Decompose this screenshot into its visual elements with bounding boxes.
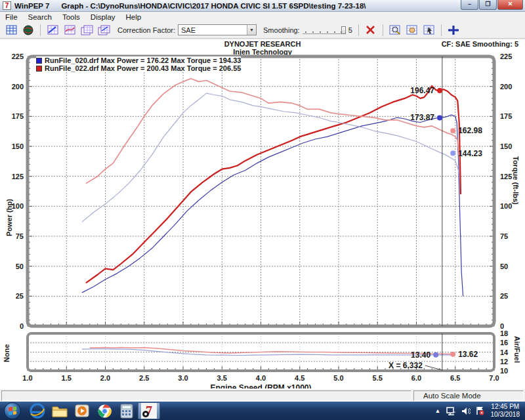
power-tick-label: 25 [16,292,24,300]
cursor-x-label: X = 6.332 [388,361,423,370]
zoom-graph-button[interactable] [387,23,403,37]
tray-clock[interactable]: 12:45 PM 10/3/2018 [491,403,520,419]
rpm-tick-label: 6.0 [411,374,421,382]
cursor-value-dot [437,88,442,93]
taskbar-file-explorer[interactable] [49,402,71,419]
winpep-7-icon: 7 [141,403,157,419]
winpep-logo-icon: 7 [3,1,11,10]
taskbar-chrome[interactable] [93,402,116,419]
rpm-tick-label: 1.5 [62,374,72,382]
volume-icon[interactable] [461,407,471,415]
af-tick-label: 12 [500,358,508,366]
correction-factor-select[interactable]: SAE ▾ [178,24,257,35]
rpm-tick-label: 5.5 [373,374,383,382]
cursor-value-dot [450,128,455,133]
torque-tick-label: 175 [500,112,512,120]
network-icon[interactable] [446,407,456,415]
legend-row-run022[interactable]: RunFile_022.drf Max Power = 200.43 Max T… [36,64,241,72]
cursor-value-label: 144.23 [458,149,482,158]
taskbar-internet-explorer[interactable] [26,402,49,419]
pick-graph-button[interactable] [421,23,437,37]
taskbar-calculator[interactable] [116,402,138,419]
title-bar[interactable]: 7 WinPEP 7 Graph - C:\DynoRuns\HONDA\CIV… [0,0,525,12]
overlay-graph-button[interactable] [79,23,94,37]
toolbar: Correction Factor: SAE ▾ Smoothing: 5 [0,22,525,39]
run022-legend-text: RunFile_022.drf Max Power = 200.43 Max T… [45,64,241,72]
torque-tick-label: 225 [500,52,512,60]
torque-tick-label: 150 [500,142,512,150]
windows-logo-icon [9,406,16,415]
menu-search[interactable]: Search [23,13,57,21]
tray-time: 12:45 PM [491,403,520,411]
dyno-graph[interactable]: 0025255050757510010012512515015017517520… [0,39,525,388]
cursor-x-leader [425,366,442,370]
power-tick-label: 0 [20,322,24,330]
new-graph-button[interactable] [45,23,60,37]
smoothing-value: 5 [348,26,352,34]
menu-file[interactable]: File [0,13,23,21]
taskbar-media-player[interactable] [71,402,93,419]
system-tray: ▲ 12:45 PM 10/3/2018 [432,403,525,419]
media-player-icon [74,404,90,418]
smoothing-slider[interactable] [303,26,346,34]
app-name: WinPEP 7 [14,2,49,10]
run-legend: RunFile_020.drf Max Power = 176.22 Max T… [36,56,241,72]
menu-help[interactable]: Help [121,13,147,21]
power-tick-label: 225 [12,52,24,60]
pan-hand-icon [406,25,418,35]
cursor-value-dot [437,115,442,120]
torque-tick-label: 50 [500,262,508,270]
cursor-value-dot [433,352,438,358]
series-runfile_020-torque [82,93,459,222]
torque-tick-label: 25 [500,292,508,300]
window-title: Graph - C:\DynoRuns\HONDA\CIVIC\2017 HON… [61,2,366,10]
chart-area: DYNOJET RESEARCH Injen Technology CF: SA… [0,39,525,388]
restore-button[interactable]: ❐ [479,0,497,10]
power-axis-label: Power (hp) [5,199,13,236]
table-icon [6,25,17,35]
internet-explorer-icon [30,403,45,419]
power-tick-label: 50 [16,262,24,270]
cursor-value-label: 162.98 [458,126,482,135]
calculator-icon [120,404,133,419]
web-button[interactable] [20,23,36,37]
minimize-button[interactable]: – [461,0,478,10]
chevron-down-icon: ▾ [247,25,256,35]
open-graph-button[interactable] [62,23,77,37]
start-button[interactable] [4,402,21,419]
close-button[interactable]: ✕ [497,0,523,10]
series-runfile_022-a/f [90,347,455,354]
correction-factor-label: Correction Factor: [117,26,175,34]
rpm-tick-label: 6.5 [450,374,460,382]
af-tick-label: 18 [500,329,508,337]
compare-graph-button[interactable] [96,23,112,37]
power-tick-label: 125 [12,173,24,180]
cursor-value-label: 173.87 [410,113,434,122]
menu-bar: File Search Tools Display Help [0,12,525,22]
rpm-tick-label: 3.5 [217,374,227,382]
run022-swatch [36,66,42,72]
slider-thumb[interactable] [341,26,346,34]
af-tick-label: 16 [500,339,508,346]
rpm-tick-label: 3.0 [178,374,188,382]
torque-axis-label: Torque (ft-lbs) [512,156,520,205]
runfile-table-button[interactable] [3,23,19,37]
rpm-tick-label: 4.5 [295,374,304,382]
menu-tools[interactable]: Tools [57,13,85,21]
legend-row-run020[interactable]: RunFile_020.drf Max Power = 176.22 Max T… [36,56,241,64]
status-bar: Auto Scale Mode [0,388,525,402]
taskbar-winpep-active[interactable]: 7 [138,402,160,419]
remove-graph-button[interactable] [363,23,379,37]
action-center-flag-icon[interactable] [476,406,484,415]
red-x-icon [366,25,375,35]
af-left-axis-label: None [3,345,10,363]
pan-graph-button[interactable] [404,23,420,37]
rpm-tick-label: 5.0 [333,374,343,382]
engine-speed-axis-label: Engine Speed (RPM x1000) [210,383,311,388]
cursor-value-label: 13.40 [411,350,430,360]
tray-expand-icon[interactable]: ▲ [435,408,441,414]
axes-button[interactable] [446,23,461,37]
af-tick-label: 14 [500,348,509,356]
menu-display[interactable]: Display [85,13,121,21]
torque-tick-label: 100 [500,202,512,210]
